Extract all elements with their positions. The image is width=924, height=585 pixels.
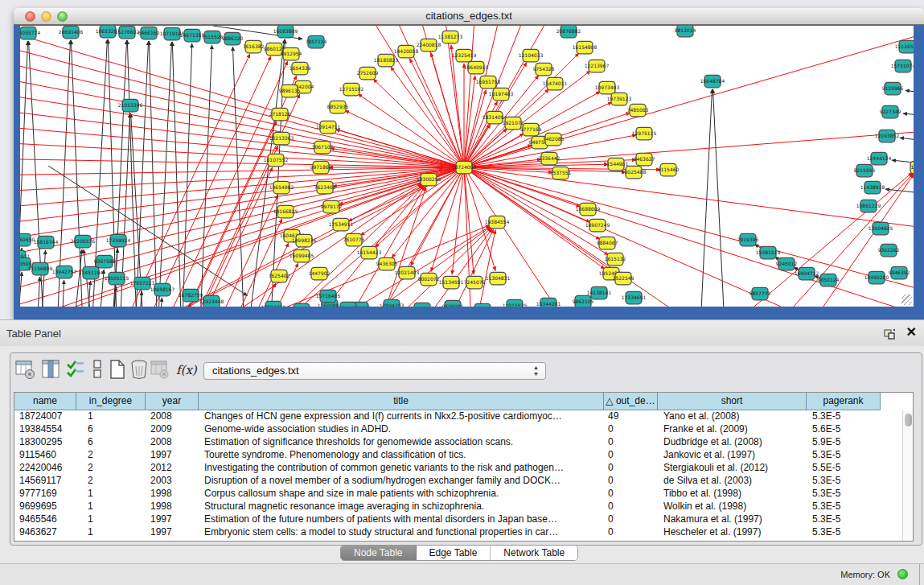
float-panel-icon[interactable] [884,327,897,340]
node-label: 14998236 [292,237,317,243]
memory-status-label: Memory: OK [840,570,890,579]
cell-name: 18724007 [19,410,76,423]
column-header-out_de[interactable]: △ out_de… [604,393,658,410]
node-label: 9862105 [573,299,594,304]
node-label: 18907249 [585,222,610,228]
table-row[interactable]: 946554611997Estimation of the future num… [14,513,913,526]
table-row[interactable]: 911546021997Tourette syndrome. Phenomeno… [14,449,913,462]
table-row[interactable]: 1456911722003Disruption of a novel membe… [14,475,913,488]
node-label: 7462085 [543,136,565,142]
table-row[interactable]: 1872400712008Changes of HCN gene express… [14,410,913,423]
node-label: 13504925 [869,225,893,231]
close-panel-icon[interactable]: ✕ [906,326,917,339]
table-options-button[interactable] [15,360,35,379]
table-row[interactable]: 1938455462009Genome-wide association stu… [14,423,913,436]
import-table-button-disabled[interactable] [150,360,169,379]
node-label: 7245076 [464,279,486,285]
node-label: 15081519 [756,249,781,255]
cell-short: Franke et al. (2009) [663,423,807,436]
node-label: 10973493 [595,84,620,90]
network-view[interactable]: 2405577420691406106532871527660264661601… [20,26,914,307]
node-label: 3067107 [312,144,334,150]
column-header-year[interactable]: year [146,393,199,410]
node-label: 15958 [910,164,914,170]
cell-out_de: 0 [608,436,658,449]
node-label: 17334691 [622,295,647,300]
cell-in_degree: 1 [88,488,146,501]
function-builder-button[interactable]: f(x) [176,363,203,377]
node-label: 2336442 [539,155,561,161]
cell-year: 2009 [150,423,199,436]
node-label: 25260650 [20,237,35,242]
cell-year: 2008 [150,410,199,423]
status-bar: Memory: OK [0,563,924,585]
node-label: 12715102 [339,86,364,92]
column-header-name[interactable]: name [14,393,76,410]
column-header-short[interactable]: short [658,393,807,410]
cell-in_degree: 2 [88,449,146,462]
new-document-button[interactable] [108,360,127,379]
table-row[interactable]: 2242004622012Investigating the contribut… [14,462,913,475]
zoom-window-button[interactable] [57,11,68,22]
cell-title: Estimation of the future numbers of pati… [204,513,604,526]
minimize-window-button[interactable] [41,11,51,22]
memory-status-indicator[interactable] [897,569,908,579]
tab-edge-table[interactable]: Edge Table [417,546,491,560]
column-header-title[interactable]: title [199,393,604,410]
node-label: 15474011 [543,80,568,86]
scrollbar-thumb[interactable] [905,414,912,426]
node-label: 22400818 [417,42,441,47]
cell-in_degree: 6 [88,436,146,449]
table-selector-dropdown[interactable]: citations_edges.txt ▲▼ [203,362,546,380]
cell-title: Corpus callosum shape and size in male p… [204,488,604,501]
node-label: 15816744 [34,239,59,245]
cell-short: Wolkin et al. (1998) [663,501,807,513]
node-label: 12923448 [199,299,224,304]
cell-pagerank: 5.9E-5 [812,436,881,449]
show-column-button[interactable] [41,360,60,379]
table-row[interactable]: 969969511998Structural magnetic resonanc… [14,501,913,513]
delete-button[interactable] [129,360,149,379]
node-label: 7623402 [314,184,336,190]
vertical-scrollbar[interactable] [902,410,913,541]
node-label: 10861229 [856,203,881,208]
cell-in_degree: 2 [88,475,146,488]
node-label: 7537551 [550,170,572,175]
select-all-button[interactable] [65,360,84,379]
merge-button[interactable] [88,360,107,379]
node-label: 9397588 [94,258,116,264]
cell-name: 14569117 [19,475,76,488]
resize-grip[interactable] [901,295,912,305]
table-row[interactable]: 977716911998Corpus callosum shape and si… [14,488,913,501]
column-header-pagerank[interactable]: pagerank [807,393,881,410]
cell-in_degree: 1 [88,513,146,526]
cell-name: 9777169 [19,488,76,501]
node-label: 12093852 [875,133,900,138]
cell-title: Tourette syndrome. Phenomenology and cla… [204,449,604,462]
node-label: 1654339 [290,65,311,71]
node-label: 12104033 [519,52,544,58]
cell-pagerank: 5.3E-5 [812,526,881,539]
close-window-button[interactable] [25,11,35,22]
cell-pagerank: 5.6E-5 [812,423,881,436]
statusbar-divider [919,564,920,585]
node-label: 9227349 [880,109,901,114]
table-row[interactable]: 1830029562008Estimation of significance … [14,436,913,449]
node-label: 11451194 [79,270,104,275]
cell-pagerank: 5.3E-5 [812,410,881,423]
window-titlebar[interactable]: citations_edges.txt [14,8,924,25]
node-label: 8215955 [854,167,876,173]
table-row[interactable]: 946362711997Embryonic stem cells: a mode… [14,526,913,539]
node-label: 17359924 [106,237,131,243]
tab-network-table[interactable]: Network Table [491,546,577,560]
network-graph[interactable]: 2405577420691406106532871527660264661601… [20,26,914,307]
node-label: 6466160 [138,30,160,35]
node-label: 12021403 [395,270,420,275]
network-window: citations_edges.txt 24055774206914061065… [14,8,924,319]
column-header-in_degree[interactable]: in_degree [76,393,146,410]
cell-pagerank: 5.3E-5 [812,501,881,513]
node-label: 9979172 [321,204,343,209]
cell-title: Embryonic stem cells: a model to study s… [204,526,604,539]
tab-node-table[interactable]: Node Table [341,546,417,560]
table-body: 1872400712008Changes of HCN gene express… [14,410,913,539]
